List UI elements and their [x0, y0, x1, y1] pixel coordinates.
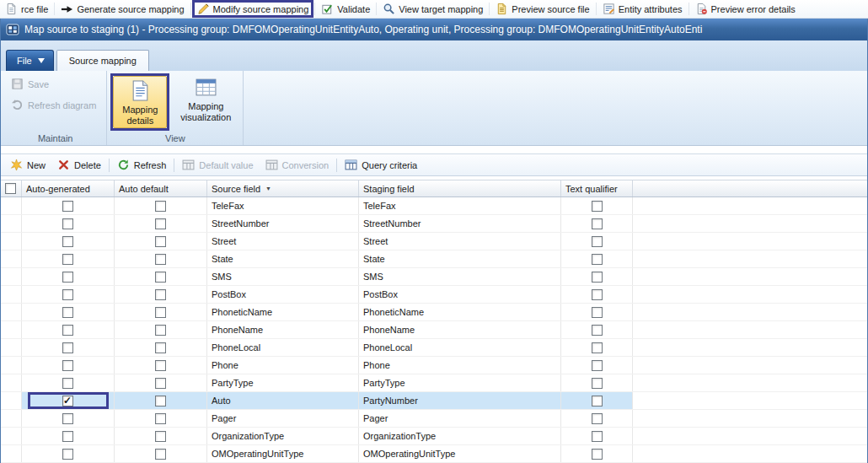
staging-field-cell[interactable]: StreetNumber	[359, 215, 561, 232]
text-qualifier-checkbox[interactable]	[592, 378, 603, 389]
file-menu-button[interactable]: File	[6, 50, 54, 71]
staging-field-cell[interactable]: Pager	[359, 410, 561, 427]
table-row[interactable]: SMSSMS	[1, 268, 867, 286]
text-qualifier-checkbox[interactable]	[592, 342, 603, 353]
auto-default-checkbox[interactable]	[155, 431, 166, 442]
staging-field-cell[interactable]: TeleFax	[359, 197, 561, 214]
table-row[interactable]: PartyTypePartyType	[1, 374, 867, 392]
source-field-cell[interactable]: TeleFax	[207, 197, 359, 214]
staging-field-cell[interactable]: Street	[359, 233, 561, 250]
staging-field-cell[interactable]: SMS	[359, 268, 561, 285]
auto-generated-checkbox[interactable]	[62, 325, 73, 336]
new-button[interactable]: New	[4, 157, 51, 173]
text-qualifier-checkbox[interactable]	[592, 413, 603, 424]
refresh-button[interactable]: Refresh	[111, 157, 173, 173]
row-selector[interactable]	[1, 445, 22, 462]
source-field-cell[interactable]: Phone	[207, 357, 359, 374]
source-field-cell[interactable]: PartyType	[207, 374, 359, 391]
table-row[interactable]: PhoneticNamePhoneticName	[1, 304, 867, 321]
staging-field-cell[interactable]: Phone	[359, 357, 561, 374]
text-qualifier-checkbox[interactable]	[592, 449, 603, 460]
auto-default-checkbox[interactable]	[155, 413, 166, 424]
toolbar-item-source-file[interactable]: rce file	[0, 0, 53, 18]
row-selector[interactable]	[1, 215, 22, 232]
staging-field-cell[interactable]: PhoneLocal	[359, 339, 561, 356]
auto-generated-checkbox[interactable]	[62, 307, 73, 318]
auto-default-checkbox[interactable]	[155, 272, 166, 283]
toolbar-item-generate-source-mapping[interactable]: Generate source mapping	[56, 0, 189, 18]
auto-generated-checkbox[interactable]	[62, 342, 73, 353]
auto-generated-checkbox[interactable]	[62, 201, 73, 212]
toolbar-item-preview-error-details[interactable]: Preview error details	[690, 0, 801, 18]
conversion-button[interactable]: Conversion	[260, 157, 335, 173]
table-row[interactable]: AutoPartyNumber	[1, 392, 867, 410]
text-qualifier-checkbox[interactable]	[592, 396, 603, 406]
row-selector[interactable]	[1, 339, 22, 356]
table-row[interactable]: PostBoxPostBox	[1, 286, 867, 304]
auto-generated-checkbox[interactable]	[62, 289, 73, 300]
toolbar-item-preview-source-file[interactable]: Preview source file	[490, 0, 594, 18]
auto-default-checkbox[interactable]	[155, 449, 166, 460]
source-field-cell[interactable]: PostBox	[207, 286, 359, 303]
auto-default-checkbox[interactable]	[155, 254, 166, 265]
text-qualifier-checkbox[interactable]	[592, 201, 603, 212]
text-qualifier-checkbox[interactable]	[592, 307, 603, 318]
refresh-diagram-button[interactable]: Refresh diagram	[11, 97, 96, 113]
save-button[interactable]: Save	[11, 76, 96, 92]
toolbar-item-modify-source-mapping[interactable]: Modify source mapping	[192, 0, 314, 18]
auto-generated-checkbox[interactable]	[62, 449, 73, 460]
source-field-cell[interactable]: OMOperatingUnitType	[207, 445, 359, 462]
auto-generated-checkbox[interactable]	[62, 218, 73, 229]
table-row[interactable]: StreetNumberStreetNumber	[1, 215, 867, 233]
text-qualifier-checkbox[interactable]	[592, 325, 603, 336]
source-field-cell[interactable]: PhoneName	[207, 321, 359, 338]
staging-field-cell[interactable]: PartyNumber	[359, 392, 561, 409]
column-header-text-qualifier[interactable]: Text qualifier	[561, 180, 633, 197]
column-header-source-field[interactable]: Source field▼	[207, 180, 359, 197]
table-row[interactable]: PagerPager	[1, 410, 867, 428]
default-value-button[interactable]: Default value	[176, 157, 259, 173]
column-header-auto-generated[interactable]: Auto-generated	[22, 180, 115, 197]
row-selector[interactable]	[1, 197, 22, 214]
auto-default-checkbox[interactable]	[155, 218, 166, 229]
row-selector[interactable]	[1, 286, 22, 303]
table-row[interactable]: PhonePhone	[1, 357, 867, 374]
auto-default-checkbox[interactable]	[155, 325, 166, 336]
mapping-visualization-button[interactable]: Mapping visualization	[172, 73, 239, 126]
auto-default-checkbox[interactable]	[155, 201, 166, 212]
row-selector[interactable]	[1, 304, 22, 320]
row-selector[interactable]	[1, 250, 22, 267]
row-selector[interactable]	[1, 410, 22, 427]
table-row[interactable]: StreetStreet	[1, 233, 867, 250]
auto-default-checkbox[interactable]	[155, 360, 166, 371]
column-header-staging-field[interactable]: Staging field	[359, 180, 561, 197]
source-field-cell[interactable]: Auto	[207, 392, 359, 409]
auto-default-checkbox[interactable]	[155, 289, 166, 300]
text-qualifier-checkbox[interactable]	[592, 272, 603, 283]
select-all-header-cell[interactable]	[1, 180, 22, 197]
source-field-cell[interactable]: PhoneLocal	[207, 339, 359, 356]
auto-generated-checkbox[interactable]	[62, 236, 73, 247]
auto-default-checkbox[interactable]	[155, 378, 166, 389]
staging-field-cell[interactable]: OMOperatingUnitType	[359, 445, 561, 462]
auto-generated-checkbox[interactable]	[62, 413, 73, 424]
row-selector[interactable]	[1, 392, 22, 409]
text-qualifier-checkbox[interactable]	[592, 360, 603, 371]
mapping-details-button[interactable]: Mapping details	[113, 76, 167, 128]
select-all-checkbox[interactable]	[5, 183, 16, 194]
source-field-cell[interactable]: OrganizationType	[207, 428, 359, 444]
row-selector[interactable]	[1, 374, 22, 391]
row-selector[interactable]	[1, 428, 22, 444]
staging-field-cell[interactable]: OrganizationType	[359, 428, 561, 444]
source-field-cell[interactable]: Pager	[207, 410, 359, 427]
source-field-cell[interactable]: PhoneticName	[207, 304, 359, 320]
text-qualifier-checkbox[interactable]	[592, 254, 603, 265]
source-field-cell[interactable]: StreetNumber	[207, 215, 359, 232]
auto-generated-checkbox[interactable]	[62, 431, 73, 442]
auto-generated-checkbox[interactable]	[62, 272, 73, 283]
row-selector[interactable]	[1, 321, 22, 338]
staging-field-cell[interactable]: State	[359, 250, 561, 267]
auto-default-checkbox[interactable]	[155, 396, 166, 406]
auto-default-checkbox[interactable]	[155, 236, 166, 247]
tab-source-mapping[interactable]: Source mapping	[56, 50, 149, 71]
